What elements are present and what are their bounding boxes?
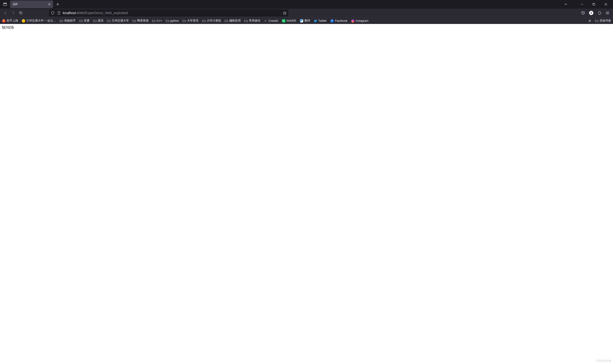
- folder-icon: [59, 19, 63, 23]
- arrow-left-icon: [4, 11, 7, 15]
- bookmark-item[interactable]: C Crowd1: [263, 18, 279, 23]
- bookmark-folder[interactable]: 编程应用: [224, 18, 241, 23]
- account-button[interactable]: 2: [587, 9, 595, 16]
- list-all-tabs-button[interactable]: [562, 1, 569, 8]
- bookmark-item[interactable]: 翻译: [299, 18, 311, 23]
- firefox-icon: [2, 19, 6, 23]
- bookmark-label: 大学计算机: [207, 19, 221, 23]
- plus-icon: [56, 3, 59, 6]
- tab-close-button[interactable]: [47, 2, 52, 7]
- bookmark-item[interactable]: Twitter: [313, 18, 327, 23]
- bookmark-label: Facebook: [335, 19, 348, 23]
- account-badge: 2: [589, 11, 593, 15]
- bookmark-label: Instagram: [356, 19, 368, 23]
- bookmark-star-button[interactable]: [282, 11, 287, 15]
- url-rest: :8080/ExperDemo_Web_exploded/: [76, 11, 128, 15]
- naver-icon: N: [282, 19, 286, 23]
- bookmark-item[interactable]: N NAVER: [281, 18, 297, 23]
- forward-button[interactable]: [10, 9, 17, 16]
- back-button[interactable]: [2, 9, 9, 16]
- nav-bar: localhost:8080/ExperDemo_Web_exploded/ 2: [0, 9, 613, 17]
- close-icon: [48, 3, 51, 5]
- bookmark-folder[interactable]: 团员: [92, 18, 104, 23]
- folder-icon: [79, 19, 83, 23]
- svg-rect-3: [593, 4, 595, 5]
- pocket-icon: [581, 11, 585, 15]
- spaces-icon: [3, 2, 7, 6]
- tab-title: JSP: [13, 3, 47, 6]
- window-close-button[interactable]: [600, 0, 611, 9]
- reload-button[interactable]: [17, 9, 25, 16]
- bookmark-label: 新手上路: [7, 19, 18, 23]
- bookmark-label: 编程应用: [229, 19, 241, 23]
- bookmark-label: Crowd1: [269, 19, 278, 23]
- save-to-pocket-button[interactable]: [579, 9, 587, 16]
- folder-icon: [166, 19, 169, 23]
- hamburger-icon: [606, 11, 609, 15]
- reload-icon: [19, 11, 23, 15]
- puzzle-icon: [598, 11, 601, 15]
- bookmark-item[interactable]: 新手上路: [1, 18, 19, 23]
- window-maximize-button[interactable]: [588, 0, 599, 9]
- tab-active[interactable]: JSP: [10, 0, 53, 8]
- tracking-protection-button[interactable]: [50, 11, 55, 15]
- extensions-button[interactable]: [596, 9, 603, 16]
- url-text: localhost:8080/ExperDemo_Web_exploded/: [63, 11, 281, 15]
- chevron-down-icon: [564, 3, 567, 6]
- bookmark-label: 翻译: [304, 19, 310, 23]
- chevron-double-right-icon: [588, 19, 591, 23]
- shield-icon: [51, 11, 54, 15]
- smile-icon: ☺: [22, 19, 26, 23]
- bookmark-label: NAVER: [287, 19, 296, 23]
- bookmarks-bar: 新手上路 ☺ 兰州交通大学-一起云… 智能助手 竞赛 团员 兰州交通大学: [0, 17, 613, 24]
- new-tab-button[interactable]: [54, 1, 61, 8]
- bookmark-item[interactable]: Instagram: [351, 18, 369, 23]
- bookmark-label: 兰州交通大学: [112, 19, 129, 23]
- bookmarks-overflow: 其他书签: [587, 18, 612, 24]
- document-icon: [57, 11, 61, 15]
- bookmark-folder[interactable]: 常用途径: [244, 18, 261, 23]
- site-identity-button[interactable]: [56, 11, 61, 15]
- folder-icon: [182, 19, 186, 23]
- bookmark-folder[interactable]: python: [165, 18, 179, 23]
- bookmark-folder[interactable]: C++: [151, 18, 163, 23]
- bookmark-item[interactable]: ☺ 兰州交通大学-一起云…: [21, 18, 56, 23]
- bookmark-folder[interactable]: 网课资源: [132, 18, 149, 23]
- bookmark-folder[interactable]: 大学英语: [182, 18, 199, 23]
- translate-icon: [300, 19, 303, 23]
- folder-icon: [93, 19, 97, 23]
- facebook-icon: f: [330, 19, 334, 23]
- url-host: localhost: [63, 11, 76, 15]
- bookmark-item[interactable]: f Facebook: [330, 18, 348, 23]
- folder-icon: [152, 19, 156, 23]
- tab-strip: JSP: [0, 0, 613, 9]
- page-body-text: $END$: [2, 25, 611, 30]
- bookmark-label: Twitter: [318, 19, 327, 23]
- arrow-right-icon: [11, 11, 15, 15]
- bookmark-folder[interactable]: 兰州交通大学: [106, 18, 129, 23]
- url-bar[interactable]: localhost:8080/ExperDemo_Web_exploded/: [49, 9, 288, 16]
- bookmark-folder[interactable]: 竞赛: [78, 18, 90, 23]
- folder-icon: [595, 19, 599, 23]
- bookmark-label: 其他书签: [600, 19, 611, 23]
- navbar-right: 2: [579, 9, 611, 16]
- folder-icon: [202, 19, 206, 23]
- bookmark-label: C++: [157, 19, 162, 23]
- bookmark-label: 团员: [98, 19, 104, 23]
- window-minimize-button[interactable]: [577, 0, 587, 9]
- other-bookmarks-folder[interactable]: 其他书签: [594, 18, 612, 23]
- bookmark-folder[interactable]: 大学计算机: [201, 18, 222, 23]
- bookmarks-overflow-button[interactable]: [587, 18, 592, 24]
- bookmark-folder[interactable]: 智能助手: [59, 18, 76, 23]
- app-menu-button[interactable]: [604, 9, 611, 16]
- window-controls: [577, 0, 612, 9]
- bookmark-label: 智能助手: [64, 19, 76, 23]
- folder-icon: [107, 19, 111, 23]
- minimize-icon: [580, 3, 583, 6]
- page-content: $END$ CSDN @向蓥: [0, 24, 613, 364]
- watermark: CSDN @向蓥: [597, 359, 611, 363]
- spaces-button[interactable]: [1, 0, 9, 8]
- twitter-icon: [313, 19, 317, 23]
- svg-rect-1: [4, 3, 7, 4]
- bookmark-label: 兰州交通大学-一起云…: [26, 19, 56, 23]
